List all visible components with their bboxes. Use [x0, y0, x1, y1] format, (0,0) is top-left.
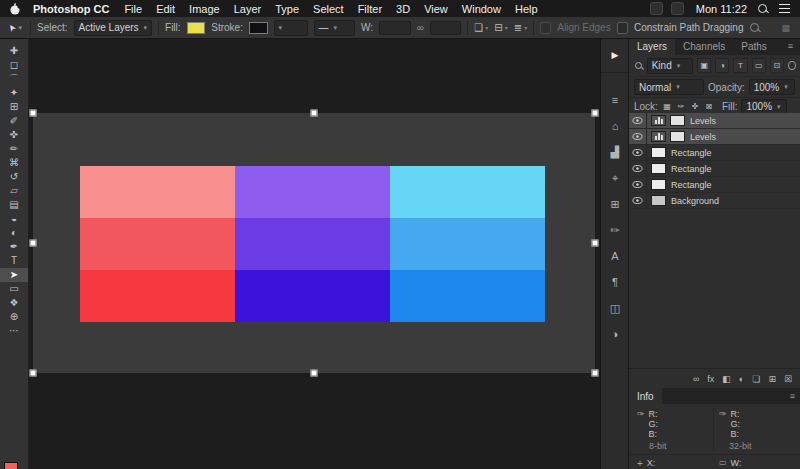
selection-handle[interactable]	[311, 370, 318, 377]
app-menu-title[interactable]: Photoshop CC	[33, 3, 109, 15]
notification-center-icon[interactable]	[779, 4, 790, 13]
tool-eyedropper[interactable]: ✐	[0, 114, 28, 128]
width-input[interactable]	[379, 21, 411, 35]
panel-icon-adjustments[interactable]: ≡	[612, 95, 618, 106]
panel-icon-character[interactable]: A	[611, 251, 618, 262]
lock-btn-lock-transparency[interactable]: ▦	[662, 102, 672, 111]
depth-left-label[interactable]: 8-bit	[649, 441, 667, 451]
tool-hand[interactable]: ❖	[0, 296, 28, 310]
menu-extra-icon[interactable]	[650, 2, 663, 15]
panel-icon-glyphs[interactable]: ◫	[610, 303, 620, 314]
mask-thumbnail[interactable]	[670, 131, 685, 142]
layer-thumbnail[interactable]	[651, 147, 666, 158]
options-btn-path-alignment[interactable]: ⊟	[494, 22, 507, 33]
tool-brush[interactable]: ✏	[0, 142, 28, 156]
tool-quick-selection[interactable]: ✦	[0, 86, 28, 100]
tool-lasso[interactable]: ⌒	[0, 72, 28, 86]
blend-mode-dropdown[interactable]: Normal	[634, 79, 704, 95]
selection-handle[interactable]	[592, 370, 599, 377]
menu-item[interactable]: Help	[515, 3, 538, 15]
tool-rectangle[interactable]: ▭	[0, 282, 28, 296]
mask-thumbnail[interactable]	[670, 115, 685, 126]
opacity-dropdown[interactable]: 100%	[749, 79, 795, 95]
panel-icon-navigator[interactable]: ⌖	[612, 173, 618, 184]
stroke-swatch[interactable]	[249, 22, 268, 34]
grid-cell-blue-light[interactable]	[390, 166, 545, 218]
select-mode-dropdown[interactable]: Active Layers	[74, 20, 153, 36]
options-btn-path-operations[interactable]: ❑	[474, 22, 488, 33]
foreground-color-swatch[interactable]	[4, 462, 18, 469]
tool-zoom[interactable]: ⊕	[0, 310, 28, 324]
menu-item[interactable]: Layer	[234, 3, 262, 15]
visibility-toggle[interactable]	[629, 113, 647, 128]
tool-healing-brush[interactable]: ✜	[0, 128, 28, 142]
tool-move[interactable]: ✚	[0, 44, 28, 58]
menu-item[interactable]: Edit	[156, 3, 175, 15]
panel-icon-clone-source[interactable]: ◑	[612, 329, 619, 340]
panel-icon-libraries[interactable]: ⌂	[612, 121, 619, 132]
filter-kind-dropdown[interactable]: Kind	[647, 58, 693, 74]
panel-icon-paragraph[interactable]: ¶	[612, 277, 618, 288]
filter-btn-smart-objects[interactable]: ⊡	[770, 58, 784, 73]
filter-btn-shape-layers[interactable]: ▭	[752, 58, 766, 73]
visibility-toggle[interactable]	[629, 193, 647, 208]
adjustment-thumbnail[interactable]	[651, 131, 666, 142]
layer-row[interactable]: Rectangle	[629, 145, 800, 161]
layer-row[interactable]: Background	[629, 193, 800, 209]
spotlight-icon[interactable]	[757, 3, 769, 15]
layers-action-new-layer[interactable]: ⊞	[768, 374, 776, 384]
stroke-type-dropdown[interactable]: —	[314, 20, 355, 36]
menu-item[interactable]: Type	[275, 3, 299, 15]
layers-action-link[interactable]: ∞	[693, 374, 699, 384]
lock-btn-lock-position[interactable]: ✜	[690, 102, 700, 111]
info-panel-menu-icon[interactable]: ≡	[790, 391, 800, 401]
menu-item[interactable]: Window	[462, 3, 501, 15]
tool-pen[interactable]: ✒	[0, 240, 28, 254]
align-edges-checkbox[interactable]	[540, 22, 551, 34]
panel-menu-icon[interactable]: ≡	[788, 41, 799, 51]
filter-type-icon[interactable]	[634, 61, 643, 71]
layers-action-delete[interactable]: ☒	[784, 374, 792, 384]
selection-handle[interactable]	[592, 110, 599, 117]
stroke-width-dropdown[interactable]	[274, 20, 308, 36]
panel-tab[interactable]: Paths	[733, 38, 775, 55]
tool-preset-picker[interactable]: ➤ ▾	[6, 23, 24, 33]
layer-row[interactable]: Rectangle	[629, 161, 800, 177]
fill-swatch[interactable]	[187, 22, 206, 34]
grid-cell-red-mid[interactable]	[80, 218, 235, 270]
grid-cell-red-light[interactable]	[80, 166, 235, 218]
document-canvas[interactable]	[33, 113, 595, 373]
layer-row[interactable]: Levels	[629, 129, 800, 145]
menu-clock[interactable]: Mon 11:22	[696, 3, 747, 15]
constrain-path-checkbox[interactable]	[617, 22, 628, 34]
tool-gradient[interactable]: ▤	[0, 198, 28, 212]
grid-cell-purple-mid[interactable]	[235, 218, 390, 270]
tool-edit-toolbar[interactable]: ⋯	[0, 324, 28, 338]
tool-crop[interactable]: ⊞	[0, 100, 28, 114]
panel-icon-histogram[interactable]: ▟	[611, 147, 619, 158]
grid-cell-blue-dark[interactable]	[390, 270, 545, 322]
filter-btn-type-layers[interactable]: T	[733, 58, 747, 73]
visibility-toggle[interactable]	[629, 129, 647, 144]
tool-path-selection[interactable]: ➤	[0, 268, 28, 282]
menu-item[interactable]: File	[124, 3, 142, 15]
layers-action-group[interactable]: ❏	[752, 374, 760, 384]
adjustment-thumbnail[interactable]	[651, 115, 666, 126]
filter-btn-adjustment-layers[interactable]: ◑	[715, 58, 729, 73]
layer-thumbnail[interactable]	[651, 163, 666, 174]
filter-btn-pixel-layers[interactable]: ▣	[697, 58, 711, 73]
selection-handle[interactable]	[30, 110, 37, 117]
tool-dodge[interactable]: ◐	[0, 226, 28, 240]
panel-icon-swatches[interactable]: ⊞	[610, 199, 619, 210]
visibility-toggle[interactable]	[629, 177, 647, 192]
tool-type[interactable]: T	[0, 254, 28, 268]
menu-item[interactable]: Filter	[358, 3, 382, 15]
panel-icon-brushes[interactable]: ✏	[610, 225, 619, 236]
menu-extra-icon[interactable]	[671, 2, 684, 15]
options-btn-path-arrangement[interactable]: ≣	[514, 22, 527, 33]
grid-cell-purple-light[interactable]	[235, 166, 390, 218]
menu-item[interactable]: Image	[189, 3, 220, 15]
tool-blur[interactable]: ◒	[0, 212, 28, 226]
layers-action-adjustment[interactable]: ◐	[739, 374, 744, 384]
tool-clone-stamp[interactable]: ⌘	[0, 156, 28, 170]
